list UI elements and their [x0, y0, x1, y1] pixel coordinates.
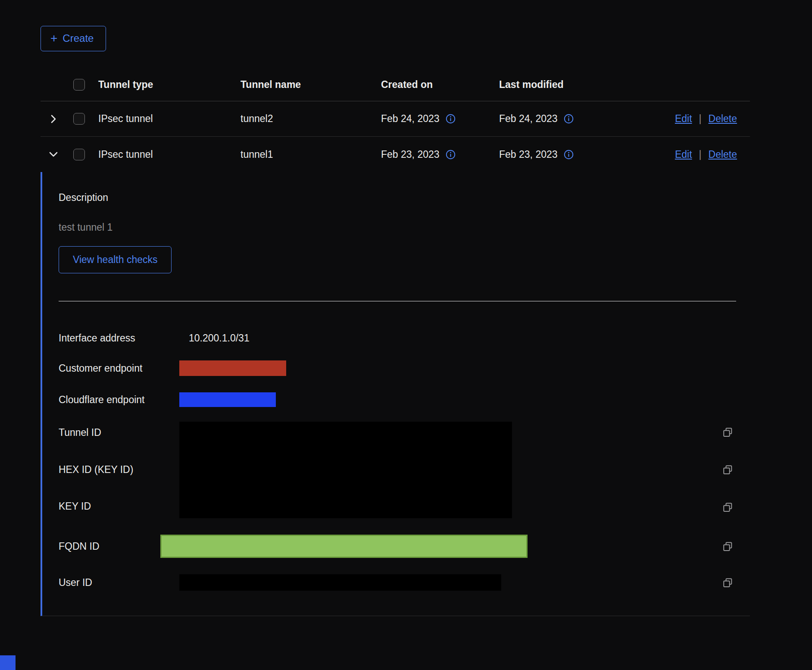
- tunnel-id-label: Tunnel ID: [59, 427, 179, 438]
- fqdn-id-redacted-value: [160, 535, 528, 558]
- created-on-cell: Feb 24, 2023: [381, 113, 440, 125]
- created-on-cell: Feb 23, 2023: [381, 149, 440, 160]
- tunnel-ids-row: Tunnel ID HEX ID (KEY ID) KEY ID: [59, 422, 750, 518]
- copy-icon: [721, 463, 734, 476]
- hex-id-label: HEX ID (KEY ID): [59, 464, 179, 476]
- column-header-tunnel-name: Tunnel name: [234, 79, 374, 91]
- customer-endpoint-redacted-value: [179, 360, 286, 376]
- table-header-row: Tunnel type Tunnel name Created on Last …: [41, 69, 750, 101]
- create-button-label: Create: [62, 32, 94, 44]
- tunnels-page: + Create Tunnel type Tunnel name Created…: [41, 26, 750, 616]
- delete-link[interactable]: Delete: [709, 149, 737, 160]
- user-id-label: User ID: [59, 577, 179, 589]
- info-icon[interactable]: [564, 114, 574, 124]
- copy-user-id-button[interactable]: [721, 576, 734, 589]
- action-separator: |: [699, 149, 702, 160]
- copy-icon: [721, 540, 734, 552]
- fqdn-id-row: FQDN ID: [59, 535, 750, 558]
- interface-address-value: 10.200.1.0/31: [179, 332, 250, 344]
- copy-icon: [721, 426, 734, 438]
- description-value: test tunnel 1: [59, 222, 750, 233]
- info-icon[interactable]: [446, 150, 456, 160]
- fqdn-id-label: FQDN ID: [59, 541, 160, 552]
- tunnels-table: Tunnel type Tunnel name Created on Last …: [41, 69, 750, 616]
- user-id-redacted-value: [179, 574, 501, 591]
- delete-link[interactable]: Delete: [709, 113, 737, 125]
- user-id-row: User ID: [59, 574, 750, 591]
- column-header-tunnel-type: Tunnel type: [91, 79, 234, 91]
- bottom-left-accent: [0, 655, 16, 670]
- section-divider: [59, 301, 736, 301]
- tunnel-name-cell: tunnel2: [234, 113, 374, 125]
- copy-fqdn-id-button[interactable]: [721, 540, 734, 552]
- copy-icon: [721, 576, 734, 589]
- tunnel-type-cell: IPsec tunnel: [91, 149, 234, 160]
- copy-tunnel-id-button[interactable]: [721, 426, 734, 438]
- action-separator: |: [699, 113, 702, 125]
- view-health-checks-button[interactable]: View health checks: [59, 246, 172, 273]
- cloudflare-endpoint-redacted-value: [179, 392, 276, 407]
- customer-endpoint-label: Customer endpoint: [59, 363, 179, 374]
- cloudflare-endpoint-label: Cloudflare endpoint: [59, 394, 179, 406]
- tunnel-ids-redacted-value: [179, 422, 512, 518]
- tunnel-type-cell: IPsec tunnel: [91, 113, 234, 125]
- table-row: IPsec tunnel tunnel2 Feb 24, 2023 Feb 24…: [41, 101, 750, 137]
- row-checkbox[interactable]: [73, 149, 85, 160]
- tunnel-detail-panel: Description test tunnel 1 View health ch…: [41, 172, 750, 616]
- column-header-created-on: Created on: [374, 79, 492, 91]
- chevron-down-icon: [48, 149, 59, 160]
- chevron-right-icon: [48, 113, 59, 125]
- expand-row-button[interactable]: [41, 113, 66, 125]
- copy-hex-id-button[interactable]: [721, 463, 734, 476]
- description-label: Description: [59, 192, 750, 204]
- last-modified-cell: Feb 24, 2023: [499, 113, 558, 125]
- table-row: IPsec tunnel tunnel1 Feb 23, 2023 Feb 23…: [41, 137, 750, 172]
- interface-address-label: Interface address: [59, 332, 179, 344]
- copy-key-id-button[interactable]: [721, 501, 734, 513]
- key-id-label: KEY ID: [59, 501, 179, 512]
- copy-icon: [721, 501, 734, 513]
- tunnel-name-cell: tunnel1: [234, 149, 374, 160]
- edit-link[interactable]: Edit: [675, 113, 692, 125]
- collapse-row-button[interactable]: [41, 149, 66, 160]
- info-icon[interactable]: [564, 150, 574, 160]
- interface-address-row: Interface address 10.200.1.0/31: [59, 332, 750, 344]
- cloudflare-endpoint-row: Cloudflare endpoint: [59, 392, 750, 407]
- select-all-checkbox[interactable]: [73, 79, 85, 91]
- last-modified-cell: Feb 23, 2023: [499, 149, 558, 160]
- info-icon[interactable]: [446, 114, 456, 124]
- edit-link[interactable]: Edit: [675, 149, 692, 160]
- column-header-last-modified: Last modified: [492, 79, 621, 91]
- customer-endpoint-row: Customer endpoint: [59, 360, 750, 376]
- create-button[interactable]: + Create: [41, 26, 106, 51]
- row-checkbox[interactable]: [73, 113, 85, 125]
- plus-icon: +: [50, 34, 57, 43]
